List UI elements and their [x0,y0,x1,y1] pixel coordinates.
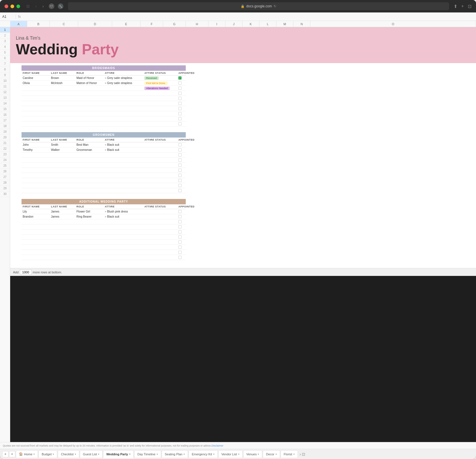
cell-lastname[interactable] [50,124,75,124]
cell-appointed[interactable] [177,143,200,146]
cell-attire[interactable] [104,185,143,186]
checkbox[interactable] [178,174,182,177]
add-sheet-button[interactable]: + [2,451,8,457]
cell-appointed[interactable] [177,174,200,177]
cell-status[interactable] [143,247,177,248]
cell-status[interactable]: Alterations Needed [143,86,177,90]
cell-firstname[interactable] [22,160,50,160]
add-tab-icon[interactable]: + [461,4,464,9]
cell-firstname[interactable]: Lily [22,210,50,213]
cell-firstname[interactable] [22,93,50,94]
cell-lastname[interactable] [50,247,75,248]
cell-lastname[interactable]: McIntosh [50,81,75,85]
cell-lastname[interactable] [50,175,75,176]
row-num-6[interactable]: 6 [0,55,10,61]
cell-firstname[interactable] [22,232,50,232]
tab-seatingplan[interactable]: Seating Plan ▾ [162,450,188,458]
tabs-scroll-right[interactable]: › [300,452,301,456]
row-num-17[interactable]: 17 [0,118,10,123]
cell-firstname[interactable] [22,170,50,171]
cell-lastname[interactable]: Smith [50,143,75,147]
cell-role[interactable] [75,103,104,104]
row-num-24[interactable]: 24 [0,157,10,163]
cell-lastname[interactable] [50,190,75,191]
cell-attire[interactable] [104,252,143,253]
cell-status[interactable] [143,216,177,217]
checkbox[interactable] [178,215,182,218]
cell-lastname[interactable]: Walker [50,148,75,152]
tab-decor[interactable]: Decor ▾ [263,450,280,458]
cell-firstname[interactable]: Timothy [22,148,50,152]
tabs-more[interactable]: ⊡ [302,452,305,456]
cell-status[interactable] [143,103,177,104]
cell-lastname[interactable] [50,242,75,243]
row-num-11[interactable]: 11 [0,84,10,89]
cell-lastname[interactable]: James [50,215,75,218]
row-num-15[interactable]: 15 [0,106,10,112]
row-num-26[interactable]: 26 [0,169,10,174]
cell-firstname[interactable] [22,108,50,109]
tab-daytimeline[interactable]: Day Timeline ▾ [134,450,161,458]
row-num-19[interactable]: 19 [0,129,10,135]
col-header-k[interactable]: K [242,21,259,27]
cell-appointed[interactable] [177,230,200,233]
cell-attire[interactable]: Black suit [104,215,143,218]
cell-firstname[interactable] [22,119,50,119]
row-num-22[interactable]: 22 [0,146,10,152]
cell-attire[interactable]: Grey satin strapless [104,76,143,80]
cell-appointed[interactable] [177,164,200,167]
cell-lastname[interactable] [50,232,75,232]
col-header-o[interactable]: O [310,21,476,27]
cell-role[interactable]: Maid of Honor [75,76,104,80]
cell-role[interactable] [75,108,104,109]
cell-appointed[interactable] [177,241,200,244]
cell-appointed[interactable] [177,179,200,182]
address-bar[interactable]: 🔒 docs.google.com ↻ [68,2,449,10]
cell-appointed[interactable] [177,107,200,110]
cell-role[interactable] [75,170,104,171]
cell-appointed[interactable] [177,117,200,120]
cell-appointed[interactable] [177,184,200,187]
row-num-21[interactable]: 21 [0,140,10,146]
cell-status[interactable] [143,222,177,222]
cell-lastname[interactable] [50,252,75,253]
cell-lastname[interactable] [50,170,75,171]
row-num-2[interactable]: 2 [0,33,10,38]
tab-guestlist[interactable]: Guest List ▾ [80,450,103,458]
checkbox[interactable] [178,210,182,213]
cell-role[interactable] [75,155,104,155]
copy-icon[interactable]: ⊡ [468,4,471,9]
cell-firstname[interactable]: Brandon [22,215,50,218]
cell-role[interactable] [75,160,104,160]
cell-attire[interactable] [104,222,143,222]
cell-lastname[interactable] [50,222,75,222]
checkbox[interactable] [178,158,182,162]
cell-role[interactable] [75,98,104,99]
cell-lastname[interactable] [50,165,75,166]
cell-role[interactable] [75,88,104,89]
row-num-8[interactable]: 8 [0,67,10,72]
cell-firstname[interactable] [22,103,50,104]
cell-status[interactable] [143,180,177,181]
cell-appointed[interactable] [177,251,200,254]
cell-status[interactable] [143,145,177,145]
cell-firstname[interactable] [22,175,50,176]
minimize-button[interactable] [10,5,14,8]
cell-role[interactable] [75,257,104,258]
row-num-7[interactable]: 7 [0,61,10,67]
row-num-12[interactable]: 12 [0,89,10,95]
checkbox[interactable] [178,169,182,172]
row-num-16[interactable]: 16 [0,112,10,118]
cell-firstname[interactable] [22,185,50,186]
cell-firstname[interactable] [22,88,50,89]
cell-role[interactable] [75,113,104,114]
col-header-d[interactable]: D [78,21,112,27]
cell-status[interactable]: Received [143,76,177,80]
cell-firstname[interactable] [22,252,50,253]
cell-appointed[interactable] [177,122,200,125]
cell-attire[interactable] [104,165,143,166]
cell-appointed[interactable] [177,225,200,228]
cell-appointed[interactable]: ✓ [177,76,200,80]
cell-attire[interactable] [104,160,143,160]
cell-attire[interactable] [104,227,143,227]
